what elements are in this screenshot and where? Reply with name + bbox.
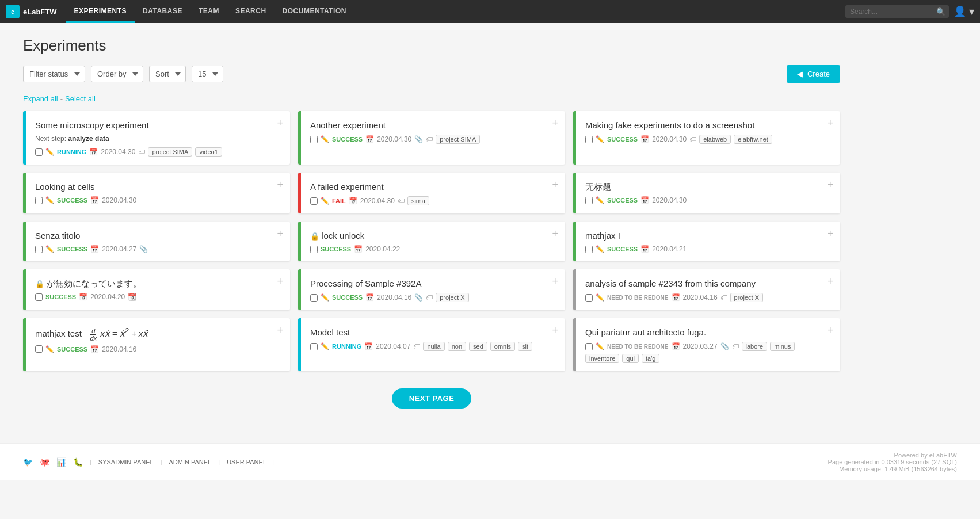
exp-meta-0: ✏️ RUNNING 📅 2020.04.30 🏷 project SIMA v…	[35, 147, 281, 157]
brand-logo-link[interactable]: e eLabFTW	[6, 5, 57, 18]
experiment-card-12[interactable]: + mathjax test ddx xẋ = ẋ2 + xẍ ✏️ SUCCE…	[23, 318, 290, 371]
edit-icon-2[interactable]: ✏️	[596, 135, 604, 143]
add-button-9[interactable]: +	[277, 276, 283, 287]
order-by-select[interactable]: Order by	[91, 66, 143, 82]
exp-meta-14: ✏️ NEED TO BE REDONE 📅 2020.03.27 📎 🏷 la…	[585, 342, 831, 363]
experiment-card-11[interactable]: + analysis of sample #2343 from this com…	[573, 269, 840, 310]
twitter-icon[interactable]: 🐦	[23, 457, 33, 467]
exp-checkbox-13[interactable]	[310, 343, 318, 350]
exp-checkbox-8[interactable]	[585, 246, 593, 253]
edit-icon-11[interactable]: ✏️	[596, 293, 604, 302]
calendar-icon-8: 📅	[640, 245, 649, 253]
experiment-card-3[interactable]: + Looking at cells ✏️ SUCCESS 📅 2020.04.…	[23, 173, 290, 213]
sysadmin-panel-link[interactable]: SYSADMIN PANEL	[98, 459, 154, 465]
expand-all-link[interactable]: Expand all	[23, 94, 58, 103]
toolbar: Filter status Order by Sort 15 ◀ Create	[23, 65, 840, 83]
experiment-card-9[interactable]: + 🔒 が無効になっています。 SUCCESS 📅 2020.04.20 📆	[23, 269, 290, 310]
filter-status-select[interactable]: Filter status	[23, 66, 85, 82]
edit-icon-4[interactable]: ✏️	[321, 197, 329, 205]
experiment-card-6[interactable]: + Senza titolo ✏️ SUCCESS 📅 2020.04.27 📎	[23, 222, 290, 261]
edit-icon-8[interactable]: ✏️	[596, 245, 604, 253]
user-menu-icon[interactable]: 👤 ▾	[954, 5, 974, 18]
exp-checkbox-10[interactable]	[310, 294, 318, 302]
exp-checkbox-9[interactable]	[35, 293, 43, 301]
calendar-icon-9: 📅	[79, 293, 87, 301]
select-all-link[interactable]: Select all	[65, 94, 96, 103]
calendar-icon-2: 📅	[640, 135, 649, 143]
edit-icon-6[interactable]: ✏️	[45, 245, 54, 253]
add-button-0[interactable]: +	[277, 118, 283, 128]
exp-checkbox-14[interactable]	[585, 343, 593, 350]
edit-icon-3[interactable]: ✏️	[45, 196, 54, 204]
experiment-card-1[interactable]: + Another experiment ✏️ SUCCESS 📅 2020.0…	[298, 111, 565, 165]
edit-icon-0[interactable]: ✏️	[45, 148, 54, 156]
exp-checkbox-5[interactable]	[585, 197, 593, 204]
experiment-card-10[interactable]: + Processing of Sample #392A ✏️ SUCCESS …	[298, 269, 565, 310]
add-button-1[interactable]: +	[552, 118, 558, 128]
bug-icon[interactable]: 🐛	[73, 457, 83, 467]
brand-logo-icon: e	[6, 5, 20, 18]
add-button-12[interactable]: +	[277, 325, 283, 335]
exp-meta-10: ✏️ SUCCESS 📅 2020.04.16 📎 🏷 project X	[310, 293, 556, 302]
experiment-card-0[interactable]: + Some microscopy experiment Next step: …	[23, 111, 290, 165]
add-button-4[interactable]: +	[552, 180, 558, 190]
exp-checkbox-4[interactable]	[310, 197, 318, 205]
sort-select[interactable]: Sort	[149, 66, 186, 82]
add-button-11[interactable]: +	[827, 276, 833, 287]
tag-2-0: elabweb	[699, 135, 731, 144]
exp-checkbox-3[interactable]	[35, 197, 43, 204]
experiment-card-13[interactable]: + Model test ✏️ RUNNING 📅 2020.04.07 🏷 n…	[298, 318, 565, 371]
add-button-5[interactable]: +	[827, 180, 833, 190]
user-panel-link[interactable]: USER PANEL	[227, 459, 266, 465]
add-button-2[interactable]: +	[827, 118, 833, 128]
exp-title-7: 🔒 lock unlock	[310, 230, 556, 242]
edit-icon-13[interactable]: ✏️	[321, 342, 329, 350]
bars-icon[interactable]: 📊	[56, 457, 66, 467]
exp-meta-1: ✏️ SUCCESS 📅 2020.04.30 📎 🏷 project SIMA	[310, 135, 556, 144]
create-button[interactable]: ◀ Create	[787, 65, 840, 83]
exp-checkbox-2[interactable]	[585, 136, 593, 143]
edit-icon-12[interactable]: ✏️	[45, 345, 54, 353]
exp-checkbox-6[interactable]	[35, 246, 43, 253]
experiment-card-2[interactable]: + Making fake experiments to do a screen…	[573, 111, 840, 165]
experiments-grid: + Some microscopy experiment Next step: …	[23, 111, 840, 371]
edit-icon-14[interactable]: ✏️	[596, 342, 604, 350]
nav-team[interactable]: TEAM	[190, 0, 227, 23]
experiment-card-14[interactable]: + Qui pariatur aut architecto fuga. ✏️ N…	[573, 318, 840, 371]
edit-icon-1[interactable]: ✏️	[321, 135, 329, 143]
date-3: 2020.04.30	[102, 196, 136, 204]
add-button-6[interactable]: +	[277, 228, 283, 239]
add-button-10[interactable]: +	[552, 276, 558, 287]
nav-documentation[interactable]: DOCUMENTATION	[274, 0, 354, 23]
exp-checkbox-0[interactable]	[35, 148, 43, 156]
exp-checkbox-11[interactable]	[585, 294, 593, 302]
exp-checkbox-12[interactable]	[35, 345, 43, 353]
experiment-card-8[interactable]: + mathjax I ✏️ SUCCESS 📅 2020.04.21	[573, 222, 840, 261]
edit-icon-10[interactable]: ✏️	[321, 293, 329, 302]
add-button-7[interactable]: +	[552, 228, 558, 239]
experiment-card-7[interactable]: + 🔒 lock unlock SUCCESS 📅 2020.04.22	[298, 222, 565, 261]
attach-icon-1: 📎	[414, 135, 423, 143]
nav-experiments[interactable]: EXPERIMENTS	[66, 0, 135, 23]
edit-icon-5[interactable]: ✏️	[596, 196, 604, 204]
next-page-button[interactable]: NEXT PAGE	[392, 388, 472, 409]
experiment-card-4[interactable]: + A failed experiment ✏️ FAIL 📅 2020.04.…	[298, 173, 565, 213]
tag-13-3: omnis	[490, 342, 515, 351]
exp-title-2: Making fake experiments to do a screensh…	[585, 119, 831, 131]
exp-checkbox-1[interactable]	[310, 136, 318, 143]
global-search-input[interactable]	[845, 5, 949, 18]
add-button-8[interactable]: +	[827, 228, 833, 239]
nav-search[interactable]: SEARCH	[227, 0, 274, 23]
experiment-card-5[interactable]: + 无标题 ✏️ SUCCESS 📅 2020.04.30	[573, 173, 840, 213]
nav-database[interactable]: DATABASE	[135, 0, 190, 23]
add-button-13[interactable]: +	[552, 325, 558, 335]
lock-icon-9: 🔒	[35, 280, 44, 288]
limit-select[interactable]: 15	[192, 66, 223, 82]
date-11: 2020.04.16	[683, 293, 718, 302]
admin-panel-link[interactable]: ADMIN PANEL	[169, 459, 212, 465]
exp-checkbox-7[interactable]	[310, 246, 318, 253]
tag-10-0: project X	[436, 293, 468, 302]
add-button-3[interactable]: +	[277, 180, 283, 190]
github-icon[interactable]: 🐙	[40, 457, 49, 467]
add-button-14[interactable]: +	[827, 325, 833, 335]
